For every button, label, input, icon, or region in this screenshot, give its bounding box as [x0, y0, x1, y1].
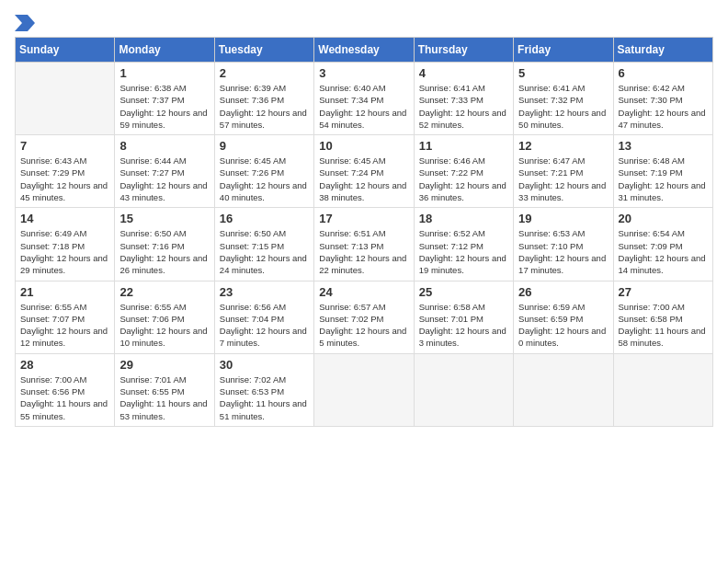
day-info: Sunrise: 6:57 AMSunset: 7:02 PMDaylight:… [319, 301, 408, 350]
calendar-cell: 1Sunrise: 6:38 AMSunset: 7:37 PMDaylight… [115, 63, 214, 135]
day-number: 7 [20, 139, 109, 153]
calendar-cell [514, 353, 613, 426]
calendar-cell [314, 353, 414, 426]
day-number: 21 [20, 285, 109, 299]
day-info: Sunrise: 7:01 AMSunset: 6:55 PMDaylight:… [119, 373, 209, 422]
page-header [15, 15, 713, 28]
day-number: 19 [518, 212, 608, 225]
day-header-sunday: Sunday [16, 38, 115, 63]
day-number: 22 [119, 285, 209, 299]
day-number: 8 [119, 139, 209, 153]
calendar-cell: 10Sunrise: 6:45 AMSunset: 7:24 PMDayligh… [314, 135, 414, 208]
day-info: Sunrise: 6:38 AMSunset: 7:37 PMDaylight:… [119, 82, 209, 131]
day-info: Sunrise: 6:48 AMSunset: 7:19 PMDaylight:… [619, 155, 708, 203]
calendar-cell: 15Sunrise: 6:50 AMSunset: 7:16 PMDayligh… [115, 208, 214, 281]
day-number: 26 [518, 285, 608, 299]
calendar-cell: 2Sunrise: 6:39 AMSunset: 7:36 PMDaylight… [214, 63, 313, 135]
day-info: Sunrise: 6:59 AMSunset: 6:59 PMDaylight:… [518, 301, 608, 350]
day-info: Sunrise: 6:58 AMSunset: 7:01 PMDaylight:… [419, 301, 508, 350]
day-info: Sunrise: 6:43 AMSunset: 7:29 PMDaylight:… [20, 155, 109, 203]
calendar-cell: 25Sunrise: 6:58 AMSunset: 7:01 PMDayligh… [414, 281, 513, 353]
calendar-cell: 22Sunrise: 6:55 AMSunset: 7:06 PMDayligh… [115, 281, 214, 353]
day-info: Sunrise: 6:40 AMSunset: 7:34 PMDaylight:… [319, 82, 408, 131]
calendar-cell [16, 63, 115, 135]
day-number: 29 [119, 358, 209, 372]
logo [15, 15, 35, 28]
calendar-cell: 23Sunrise: 6:56 AMSunset: 7:04 PMDayligh… [214, 281, 313, 353]
calendar-cell: 17Sunrise: 6:51 AMSunset: 7:13 PMDayligh… [314, 208, 414, 281]
day-number: 9 [220, 139, 309, 153]
day-number: 10 [319, 139, 408, 153]
day-info: Sunrise: 6:51 AMSunset: 7:13 PMDaylight:… [319, 227, 408, 276]
day-info: Sunrise: 6:46 AMSunset: 7:22 PMDaylight:… [419, 155, 508, 203]
calendar-cell: 21Sunrise: 6:55 AMSunset: 7:07 PMDayligh… [16, 281, 115, 353]
day-header-wednesday: Wednesday [314, 38, 414, 63]
calendar-cell: 8Sunrise: 6:44 AMSunset: 7:27 PMDaylight… [115, 135, 214, 208]
day-number: 4 [419, 66, 508, 80]
calendar-cell: 20Sunrise: 6:54 AMSunset: 7:09 PMDayligh… [613, 208, 712, 281]
calendar-cell [613, 353, 712, 426]
calendar-table: SundayMondayTuesdayWednesdayThursdayFrid… [15, 37, 713, 427]
day-info: Sunrise: 6:55 AMSunset: 7:07 PMDaylight:… [20, 301, 109, 350]
calendar-week-row: 7Sunrise: 6:43 AMSunset: 7:29 PMDaylight… [16, 135, 713, 208]
calendar-cell: 13Sunrise: 6:48 AMSunset: 7:19 PMDayligh… [613, 135, 712, 208]
day-info: Sunrise: 6:47 AMSunset: 7:21 PMDaylight:… [518, 155, 608, 203]
day-number: 24 [319, 285, 408, 299]
day-number: 3 [319, 66, 408, 80]
calendar-cell: 14Sunrise: 6:49 AMSunset: 7:18 PMDayligh… [16, 208, 115, 281]
day-info: Sunrise: 7:00 AMSunset: 6:58 PMDaylight:… [619, 301, 708, 350]
calendar-week-row: 28Sunrise: 7:00 AMSunset: 6:56 PMDayligh… [16, 353, 713, 426]
day-header-friday: Friday [514, 38, 613, 63]
calendar-cell: 6Sunrise: 6:42 AMSunset: 7:30 PMDaylight… [613, 63, 712, 135]
calendar-cell: 19Sunrise: 6:53 AMSunset: 7:10 PMDayligh… [514, 208, 613, 281]
day-number: 27 [619, 285, 708, 299]
calendar-cell: 11Sunrise: 6:46 AMSunset: 7:22 PMDayligh… [414, 135, 513, 208]
day-number: 18 [419, 212, 508, 225]
day-number: 1 [119, 66, 209, 80]
calendar-cell: 29Sunrise: 7:01 AMSunset: 6:55 PMDayligh… [115, 353, 214, 426]
day-info: Sunrise: 6:52 AMSunset: 7:12 PMDaylight:… [419, 227, 508, 276]
day-number: 11 [419, 139, 508, 153]
day-info: Sunrise: 6:55 AMSunset: 7:06 PMDaylight:… [119, 301, 209, 350]
day-info: Sunrise: 7:00 AMSunset: 6:56 PMDaylight:… [20, 373, 109, 422]
day-header-monday: Monday [115, 38, 214, 63]
day-header-saturday: Saturday [613, 38, 712, 63]
day-number: 12 [518, 139, 608, 153]
day-number: 2 [220, 66, 309, 80]
day-info: Sunrise: 6:45 AMSunset: 7:24 PMDaylight:… [319, 155, 408, 203]
calendar-cell: 18Sunrise: 6:52 AMSunset: 7:12 PMDayligh… [414, 208, 513, 281]
svg-marker-0 [15, 15, 35, 31]
day-number: 23 [220, 285, 309, 299]
day-info: Sunrise: 7:02 AMSunset: 6:53 PMDaylight:… [220, 373, 309, 422]
day-number: 25 [419, 285, 508, 299]
day-header-thursday: Thursday [414, 38, 513, 63]
day-number: 17 [319, 212, 408, 225]
calendar-cell: 30Sunrise: 7:02 AMSunset: 6:53 PMDayligh… [214, 353, 313, 426]
day-info: Sunrise: 6:39 AMSunset: 7:36 PMDaylight:… [220, 82, 309, 131]
day-number: 16 [220, 212, 309, 225]
day-number: 13 [619, 139, 708, 153]
calendar-cell: 3Sunrise: 6:40 AMSunset: 7:34 PMDaylight… [314, 63, 414, 135]
day-info: Sunrise: 6:41 AMSunset: 7:33 PMDaylight:… [419, 82, 508, 131]
day-info: Sunrise: 6:41 AMSunset: 7:32 PMDaylight:… [518, 82, 608, 131]
calendar-cell [414, 353, 513, 426]
day-number: 30 [220, 358, 309, 372]
day-info: Sunrise: 6:53 AMSunset: 7:10 PMDaylight:… [518, 227, 608, 276]
day-info: Sunrise: 6:44 AMSunset: 7:27 PMDaylight:… [119, 155, 209, 203]
calendar-cell: 7Sunrise: 6:43 AMSunset: 7:29 PMDaylight… [16, 135, 115, 208]
calendar-cell: 4Sunrise: 6:41 AMSunset: 7:33 PMDaylight… [414, 63, 513, 135]
calendar-cell: 12Sunrise: 6:47 AMSunset: 7:21 PMDayligh… [514, 135, 613, 208]
day-info: Sunrise: 6:49 AMSunset: 7:18 PMDaylight:… [20, 227, 109, 276]
calendar-week-row: 21Sunrise: 6:55 AMSunset: 7:07 PMDayligh… [16, 281, 713, 353]
calendar-cell: 16Sunrise: 6:50 AMSunset: 7:15 PMDayligh… [214, 208, 313, 281]
day-info: Sunrise: 6:42 AMSunset: 7:30 PMDaylight:… [619, 82, 708, 131]
day-number: 28 [20, 358, 109, 372]
calendar-header-row: SundayMondayTuesdayWednesdayThursdayFrid… [16, 38, 713, 63]
day-info: Sunrise: 6:45 AMSunset: 7:26 PMDaylight:… [220, 155, 309, 203]
calendar-cell: 5Sunrise: 6:41 AMSunset: 7:32 PMDaylight… [514, 63, 613, 135]
day-info: Sunrise: 6:50 AMSunset: 7:15 PMDaylight:… [220, 227, 309, 276]
day-number: 6 [619, 66, 708, 80]
day-info: Sunrise: 6:50 AMSunset: 7:16 PMDaylight:… [119, 227, 209, 276]
calendar-cell: 9Sunrise: 6:45 AMSunset: 7:26 PMDaylight… [214, 135, 313, 208]
calendar-cell: 27Sunrise: 7:00 AMSunset: 6:58 PMDayligh… [613, 281, 712, 353]
